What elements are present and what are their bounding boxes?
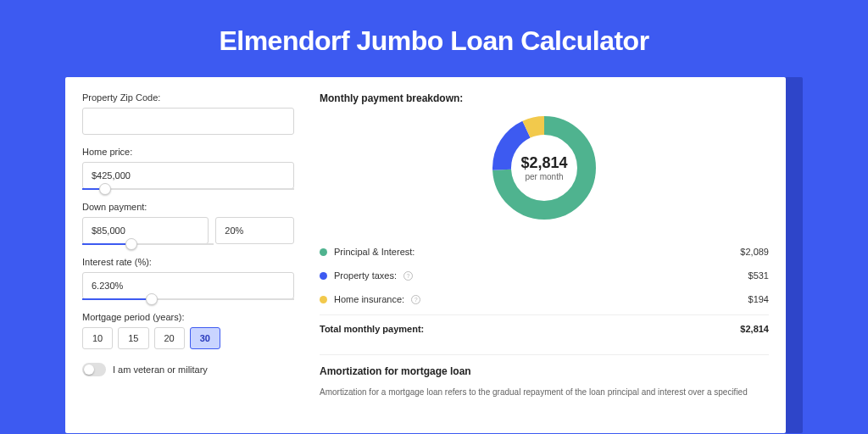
dot-icon [320, 272, 327, 280]
breakdown-row-taxes: Property taxes: ? $531 [320, 264, 769, 287]
breakdown-title: Monthly payment breakdown: [320, 92, 769, 104]
down-payment-input[interactable] [82, 217, 209, 244]
total-row: Total monthly payment: $2,814 [320, 314, 769, 342]
amortization-text: Amortization for a mortgage loan refers … [320, 386, 769, 398]
period-30[interactable]: 30 [190, 327, 220, 349]
breakdown-value: $2,089 [740, 247, 769, 257]
rate-input[interactable] [82, 272, 294, 299]
period-label: Mortgage period (years): [82, 312, 294, 322]
donut-amount: $2,814 [520, 154, 567, 172]
info-icon[interactable]: ? [411, 295, 420, 304]
veteran-row: I am veteran or military [82, 363, 294, 376]
total-value: $2,814 [740, 324, 769, 334]
zip-field: Property Zip Code: [82, 92, 294, 135]
breakdown-label: Home insurance: [334, 294, 404, 304]
period-field: Mortgage period (years): 10 15 20 30 [82, 312, 294, 349]
rate-label: Interest rate (%): [82, 257, 294, 267]
home-price-field: Home price: [82, 147, 294, 190]
form-panel: Property Zip Code: Home price: Down paym… [82, 92, 294, 418]
zip-input[interactable] [82, 108, 294, 135]
card-shadow: Property Zip Code: Home price: Down paym… [65, 77, 803, 433]
down-payment-field: Down payment: [82, 202, 294, 245]
total-label: Total monthly payment: [320, 324, 424, 334]
down-payment-label: Down payment: [82, 202, 294, 212]
breakdown-value: $531 [748, 270, 769, 281]
zip-label: Property Zip Code: [82, 92, 294, 103]
donut-wrap: $2,814 per month [320, 113, 769, 223]
down-payment-slider[interactable] [82, 243, 214, 245]
home-price-slider[interactable] [82, 188, 294, 190]
breakdown-label: Principal & Interest: [334, 247, 415, 257]
home-price-label: Home price: [82, 147, 294, 157]
donut-sub: per month [525, 172, 563, 181]
dot-icon [320, 248, 327, 256]
page-title: Elmendorf Jumbo Loan Calculator [0, 0, 868, 77]
divider [320, 354, 769, 355]
breakdown-row-principal: Principal & Interest: $2,089 [320, 240, 769, 264]
results-panel: Monthly payment breakdown: $2,814 per mo… [320, 92, 769, 418]
period-10[interactable]: 10 [82, 327, 113, 349]
period-15[interactable]: 15 [118, 327, 148, 349]
dot-icon [320, 296, 327, 303]
donut-center: $2,814 per month [489, 113, 599, 223]
home-price-input[interactable] [82, 162, 294, 189]
veteran-label: I am veteran or military [113, 364, 208, 375]
down-payment-pct-input[interactable] [215, 217, 294, 244]
breakdown-value: $194 [748, 294, 769, 304]
period-options: 10 15 20 30 [82, 327, 294, 349]
rate-field: Interest rate (%): [82, 257, 294, 300]
veteran-toggle[interactable] [82, 363, 106, 376]
home-price-slider-thumb[interactable] [99, 183, 111, 195]
donut-chart: $2,814 per month [489, 113, 599, 223]
rate-slider-thumb[interactable] [146, 293, 158, 305]
down-payment-slider-thumb[interactable] [125, 238, 137, 250]
info-icon[interactable]: ? [403, 271, 413, 281]
period-20[interactable]: 20 [154, 327, 185, 349]
breakdown-row-insurance: Home insurance: ? $194 [320, 287, 769, 311]
rate-slider[interactable] [82, 298, 294, 300]
breakdown-label: Property taxes: [334, 270, 397, 281]
amortization-title: Amortization for mortgage loan [320, 365, 769, 377]
calculator-card: Property Zip Code: Home price: Down paym… [65, 77, 786, 433]
